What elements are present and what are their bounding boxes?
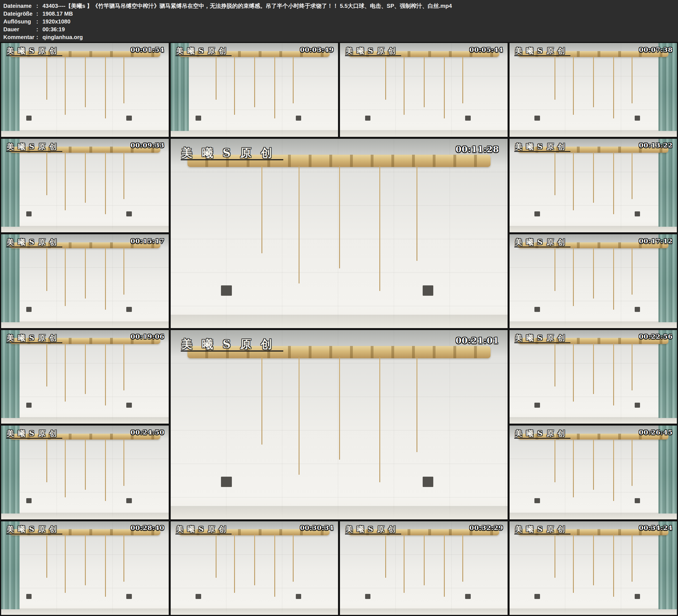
wall-outlet (423, 285, 434, 296)
rope-line (123, 439, 124, 486)
filename-label: Dateiname (3, 2, 36, 10)
resolution-label: Auflösung (3, 17, 36, 26)
video-thumbnail: 美曦S原创 00:05:44 (340, 43, 507, 137)
video-thumbnail: 美曦S原创 00:22:56 (510, 330, 677, 424)
rope-line (274, 535, 275, 596)
rope-line (613, 152, 614, 214)
wall-outlet (126, 116, 131, 121)
rope-line (46, 152, 47, 195)
wall-outlet (126, 594, 131, 599)
rope-line (65, 439, 66, 497)
file-metadata-header: Dateiname : 43403----【美曦s 】《竹竿驷马吊缚空中榨汁》驷… (0, 0, 678, 42)
rope-line (46, 248, 47, 291)
floor-graphic (171, 315, 507, 328)
watermark-text: 美曦S原创 (345, 47, 401, 56)
timestamp-badge: 00:26:45 (639, 429, 673, 435)
wall-outlet (26, 594, 32, 599)
rope-line (261, 357, 262, 445)
rope-line (573, 343, 574, 401)
rope-line (385, 57, 386, 100)
rope-line (424, 57, 425, 107)
wall-outlet (26, 403, 32, 408)
rope-line (462, 57, 463, 104)
timestamp-badge: 00:09:33 (131, 142, 164, 148)
rope-line (123, 535, 124, 582)
video-thumbnail: 美曦S原创 00:32:29 (340, 521, 507, 615)
rope-line (379, 357, 380, 482)
video-thumbnail: 美曦S原创 00:09:33 (1, 139, 169, 233)
rope-line (555, 535, 555, 578)
metadata-row-resolution: Auflösung : 1920x1080 (3, 17, 678, 26)
rope-line (555, 248, 555, 291)
rope-line (573, 57, 574, 115)
rope-line (123, 248, 124, 295)
floor-graphic (510, 513, 677, 519)
rope-line (46, 343, 47, 386)
wall-outlet (635, 498, 640, 503)
timestamp-badge: 00:34:24 (639, 525, 673, 531)
floor-graphic (1, 513, 169, 519)
watermark-text: 美曦S原创 (6, 526, 62, 535)
rope-line (593, 535, 594, 585)
rope-line (555, 439, 555, 482)
wall-outlet (635, 307, 640, 312)
floor-graphic (1, 130, 169, 137)
wall-outlet (195, 116, 201, 121)
floor-graphic (510, 417, 677, 424)
thumbnail-grid: 美曦S原创 00:01:54 美曦S原创 00:03:49 美曦S原创 00:0… (0, 42, 678, 616)
timestamp-badge: 00:07:38 (639, 46, 673, 53)
rope-line (216, 535, 217, 578)
floor-graphic (510, 130, 677, 137)
rope-line (85, 343, 86, 394)
rope-line (573, 248, 574, 306)
wall-outlet (635, 211, 640, 217)
rope-line (444, 57, 445, 118)
rope-line (254, 535, 255, 585)
rope-line (385, 535, 386, 578)
floor-graphic (510, 609, 677, 615)
rope-line (339, 357, 340, 460)
wall-outlet (365, 594, 370, 599)
wall-outlet (126, 403, 131, 408)
wall-outlet (465, 116, 470, 121)
rope-line (46, 439, 47, 482)
watermark-text: 美曦S原创 (514, 47, 570, 56)
rope-line (424, 535, 425, 585)
rope-line (216, 57, 217, 100)
floor-graphic (1, 609, 169, 615)
rope-line (593, 248, 594, 299)
rope-line (123, 343, 124, 390)
rope-line (274, 57, 275, 118)
floor-graphic (1, 417, 169, 424)
watermark-text: 美曦S原创 (514, 430, 570, 439)
filesize-value: 1908.17 MB (42, 10, 678, 17)
watermark-text: 美曦S原创 (181, 339, 283, 352)
rope-line (293, 535, 294, 582)
floor-graphic (340, 130, 507, 137)
filename-value: 43403----【美曦s 】《竹竿驷马吊缚空中榨汁》驷马紧缚吊在空中，无法挣脱… (42, 2, 678, 10)
resolution-value: 1920x1080 (42, 17, 678, 26)
rope-line (123, 152, 124, 199)
rope-line (46, 57, 47, 100)
watermark-text: 美曦S原创 (181, 147, 283, 160)
watermark-text: 美曦S原创 (6, 143, 62, 152)
wall-outlet (635, 403, 640, 408)
wall-outlet (221, 477, 232, 487)
rope-line (593, 152, 594, 203)
rope-line (85, 57, 86, 107)
video-thumbnail: 美曦S原创 00:26:45 (510, 426, 677, 519)
timestamp-badge: 00:32:29 (469, 525, 503, 531)
wall-outlet (534, 594, 540, 599)
rope-line (85, 439, 86, 490)
rope-line (105, 343, 106, 405)
rope-line (105, 57, 106, 118)
rope-line (593, 57, 594, 107)
wall-outlet (534, 116, 540, 121)
rope-line (555, 343, 555, 386)
rope-line (46, 535, 47, 578)
rope-line (234, 535, 235, 593)
rope-line (105, 535, 106, 596)
watermark-text: 美曦S原创 (6, 47, 62, 56)
floor-graphic (1, 226, 169, 232)
rope-line (613, 343, 614, 405)
